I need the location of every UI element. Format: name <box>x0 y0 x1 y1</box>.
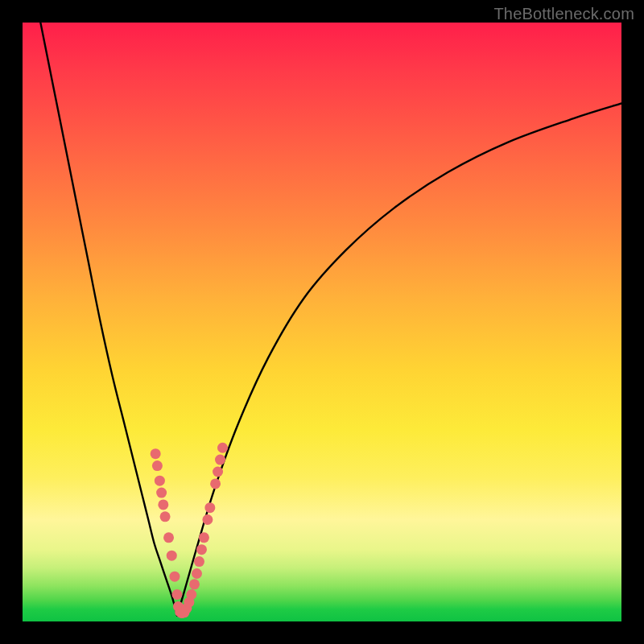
data-marker <box>155 476 165 486</box>
curve-left-branch <box>40 23 177 616</box>
data-marker <box>199 532 209 543</box>
curve-markers <box>151 443 228 618</box>
curve-right-branch <box>177 103 621 615</box>
data-marker <box>160 511 171 522</box>
data-marker <box>194 556 204 567</box>
data-marker <box>156 488 167 498</box>
outer-frame: TheBottleneck.com <box>0 0 644 644</box>
data-marker <box>171 589 182 600</box>
data-marker <box>151 448 161 459</box>
data-marker <box>215 455 225 465</box>
data-marker <box>202 514 213 525</box>
data-marker <box>196 544 207 555</box>
data-marker <box>163 532 174 543</box>
data-marker <box>186 589 196 600</box>
watermark-text: TheBottleneck.com <box>493 5 634 23</box>
data-marker <box>192 568 202 579</box>
data-marker <box>210 478 221 489</box>
data-marker <box>213 467 223 477</box>
data-marker <box>204 502 215 513</box>
data-marker <box>189 579 200 589</box>
plot-area <box>23 23 621 621</box>
data-marker <box>217 443 228 453</box>
curve-layer <box>23 23 621 621</box>
data-marker <box>169 572 180 582</box>
data-marker <box>152 460 163 471</box>
data-marker <box>167 551 177 561</box>
data-marker <box>158 499 168 510</box>
